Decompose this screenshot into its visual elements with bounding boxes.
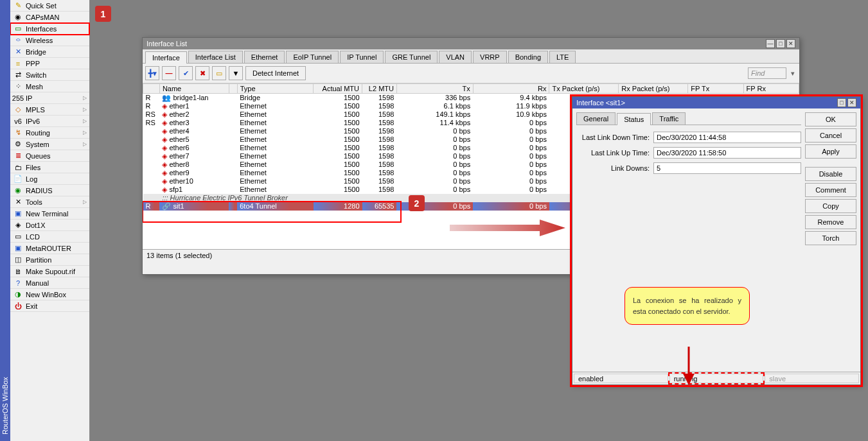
col-header[interactable]: Type	[237, 84, 314, 94]
svg-marker-0	[450, 220, 565, 236]
tab-ethernet[interactable]: Ethernet	[244, 51, 285, 63]
torch-button[interactable]: Torch	[805, 231, 856, 245]
sidebar-item-routing[interactable]: ↯ Routing ▷	[10, 127, 89, 139]
sidebar-icon: ✕	[13, 48, 23, 56]
form-row: Last Link Down Time: Dec/30/2020 11:44:5…	[576, 132, 801, 143]
close-button[interactable]: ✕	[786, 39, 795, 48]
col-header[interactable]: Tx Packet (p/s)	[549, 84, 619, 94]
detect-internet-button[interactable]: Detect Internet	[245, 66, 306, 80]
tab-gre-tunnel[interactable]: GRE Tunnel	[385, 51, 438, 63]
sidebar-item-manual[interactable]: ? Manual	[10, 277, 89, 289]
sidebar-item-system[interactable]: ⚙ System ▷	[10, 139, 89, 150]
col-header[interactable]: FP Rx	[743, 84, 799, 94]
col-header[interactable]: Rx Packet (p/s)	[619, 84, 688, 94]
sidebar-label: CAPsMAN	[26, 13, 87, 21]
col-header[interactable]	[143, 84, 160, 94]
tab-ip-tunnel[interactable]: IP Tunnel	[340, 51, 384, 63]
sidebar-label: New WinBox	[26, 291, 87, 298]
sidebar-item-lcd[interactable]: ▭ LCD	[10, 231, 89, 243]
sidebar-icon: ⌔	[13, 37, 23, 44]
callout-arrow-icon	[679, 347, 698, 385]
remove-button[interactable]: Remove	[805, 215, 856, 229]
tab-eoip-tunnel[interactable]: EoIP Tunnel	[286, 51, 339, 63]
sidebar-item-mesh[interactable]: ⁘ Mesh	[10, 81, 89, 92]
detail-close-button[interactable]: ✕	[847, 98, 856, 107]
detail-titlebar[interactable]: Interface <sit1> □ ✕	[572, 97, 860, 108]
annotation-arrow	[450, 218, 565, 238]
sidebar-item-mpls[interactable]: ◇ MPLS ▷	[10, 104, 89, 116]
detail-title-text: Interface <sit1>	[576, 99, 837, 107]
col-header[interactable]: L2 MTU	[362, 84, 397, 94]
sidebar-item-wireless[interactable]: ⌔ Wireless	[10, 35, 89, 46]
sidebar-icon: v6	[13, 117, 23, 125]
form-label: Last Link Up Time:	[576, 149, 653, 157]
form-value[interactable]: Dec/30/2020 11:44:58	[653, 132, 801, 143]
comment-button[interactable]: ▭	[212, 66, 226, 80]
sidebar-item-ip[interactable]: 255 IP ▷	[10, 92, 89, 104]
sidebar-label: MetaROUTER	[26, 245, 87, 252]
sidebar-item-ppp[interactable]: ≡ PPP	[10, 58, 89, 69]
sidebar-item-capsman[interactable]: ◉ CAPsMAN	[10, 12, 89, 23]
sidebar-icon: ◈	[13, 221, 23, 229]
filter-button[interactable]: ▼	[229, 66, 243, 80]
sidebar-item-partition[interactable]: ◫ Partition	[10, 254, 89, 266]
disable-button[interactable]: Disable	[805, 167, 856, 181]
detail-status-bar: enabled running slave	[572, 372, 860, 385]
col-header[interactable]: Rx	[473, 84, 549, 94]
sidebar-item-metarouter[interactable]: ▣ MetaROUTER	[10, 243, 89, 254]
sidebar-item-exit[interactable]: ⏻ Exit	[10, 300, 89, 312]
window-titlebar[interactable]: Interface List — □ ✕	[143, 38, 799, 49]
annotation-badge-2: 2	[409, 195, 425, 211]
sidebar-label: IPv6	[26, 117, 83, 125]
detail-tab-status[interactable]: Status	[617, 113, 651, 125]
sidebar-item-switch[interactable]: ⇄ Switch	[10, 69, 89, 81]
find-input[interactable]: Find	[748, 67, 786, 79]
col-header[interactable]: Actual MTU	[314, 84, 362, 94]
sidebar-item-interfaces[interactable]: ▭ Interfaces	[10, 23, 89, 35]
sidebar-item-dot1x[interactable]: ◈ Dot1X	[10, 220, 89, 231]
col-header[interactable]: Tx	[396, 84, 473, 94]
sidebar-label: Queues	[26, 152, 87, 160]
sidebar-icon: ⇄	[13, 71, 23, 79]
remove-button[interactable]: —	[162, 66, 176, 80]
tab-lte[interactable]: LTE	[549, 51, 576, 63]
tab-interface-list[interactable]: Interface List	[188, 51, 243, 63]
add-button[interactable]: ╋▾	[145, 66, 159, 80]
sidebar-item-queues[interactable]: ≣ Queues	[10, 150, 89, 162]
detail-maximize-button[interactable]: □	[837, 98, 846, 107]
detail-tab-traffic[interactable]: Traffic	[652, 112, 686, 125]
sidebar-item-new-terminal[interactable]: ▣ New Terminal	[10, 208, 89, 220]
col-header[interactable]: FP Tx	[688, 84, 743, 94]
sidebar-item-log[interactable]: 📄 Log	[10, 173, 89, 185]
col-header[interactable]: Name	[159, 84, 229, 94]
sidebar-item-new-winbox[interactable]: ◑ New WinBox	[10, 289, 89, 300]
comment-button[interactable]: Comment	[805, 183, 856, 197]
col-header[interactable]	[229, 84, 237, 94]
maximize-button[interactable]: □	[776, 39, 785, 48]
sidebar-item-radius[interactable]: ◉ RADIUS	[10, 185, 89, 196]
form-label: Last Link Down Time:	[576, 134, 653, 141]
sidebar-item-bridge[interactable]: ✕ Bridge	[10, 46, 89, 58]
copy-button[interactable]: Copy	[805, 199, 856, 213]
form-value[interactable]: 5	[653, 162, 801, 174]
annotation-badge-1: 1	[95, 6, 111, 22]
sidebar-item-quick-set[interactable]: ✎ Quick Set	[10, 0, 89, 12]
form-value[interactable]: Dec/30/2020 11:58:50	[653, 147, 801, 159]
submenu-arrow-icon: ▷	[83, 118, 87, 124]
tab-vlan[interactable]: VLAN	[439, 51, 472, 63]
sidebar-item-make-supout-rif[interactable]: 🗎 Make Supout.rif	[10, 266, 89, 277]
enable-button[interactable]: ✔	[179, 66, 193, 80]
sidebar-icon: ✕	[13, 198, 23, 206]
ok-button[interactable]: OK	[805, 112, 856, 126]
detail-tab-general[interactable]: General	[576, 112, 616, 125]
apply-button[interactable]: Apply	[805, 144, 856, 159]
tab-interface[interactable]: Interface	[145, 51, 187, 64]
tab-vrrp[interactable]: VRRP	[473, 51, 507, 63]
disable-button[interactable]: ✖	[195, 66, 209, 80]
tab-bonding[interactable]: Bonding	[508, 51, 548, 63]
minimize-button[interactable]: —	[766, 39, 775, 48]
cancel-button[interactable]: Cancel	[805, 128, 856, 143]
sidebar-item-files[interactable]: 🗀 Files	[10, 162, 89, 173]
sidebar-item-tools[interactable]: ✕ Tools ▷	[10, 196, 89, 208]
sidebar-item-ipv6[interactable]: v6 IPv6 ▷	[10, 116, 89, 127]
